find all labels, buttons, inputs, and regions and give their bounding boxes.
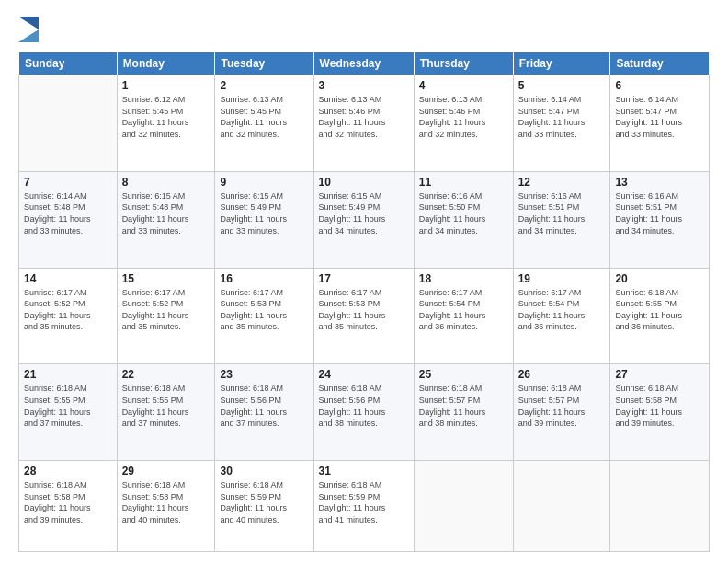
day-number: 9	[220, 176, 308, 189]
calendar-cell: 12Sunrise: 6:16 AM Sunset: 5:51 PM Dayli…	[513, 171, 610, 268]
weekday-header-wednesday: Wednesday	[313, 52, 414, 75]
day-number: 27	[615, 368, 704, 381]
day-info: Sunrise: 6:17 AM Sunset: 5:54 PM Dayligh…	[518, 287, 606, 333]
day-info: Sunrise: 6:18 AM Sunset: 5:56 PM Dayligh…	[220, 383, 308, 429]
calendar-cell: 31Sunrise: 6:18 AM Sunset: 5:59 PM Dayli…	[313, 461, 414, 552]
calendar-cell: 30Sunrise: 6:18 AM Sunset: 5:59 PM Dayli…	[215, 461, 313, 552]
day-number: 8	[122, 176, 210, 189]
day-info: Sunrise: 6:18 AM Sunset: 5:56 PM Dayligh…	[319, 383, 409, 429]
calendar-cell: 24Sunrise: 6:18 AM Sunset: 5:56 PM Dayli…	[313, 364, 414, 461]
calendar-cell: 11Sunrise: 6:16 AM Sunset: 5:50 PM Dayli…	[414, 171, 513, 268]
day-number: 25	[419, 368, 508, 381]
calendar-cell: 1Sunrise: 6:12 AM Sunset: 5:45 PM Daylig…	[117, 75, 215, 172]
day-info: Sunrise: 6:14 AM Sunset: 5:48 PM Dayligh…	[24, 190, 112, 236]
calendar-cell: 18Sunrise: 6:17 AM Sunset: 5:54 PM Dayli…	[414, 268, 513, 364]
weekday-header-row: SundayMondayTuesdayWednesdayThursdayFrid…	[19, 52, 710, 75]
day-number: 26	[518, 368, 606, 381]
weekday-header-saturday: Saturday	[610, 52, 710, 75]
calendar-cell: 16Sunrise: 6:17 AM Sunset: 5:53 PM Dayli…	[215, 268, 313, 364]
day-info: Sunrise: 6:15 AM Sunset: 5:49 PM Dayligh…	[220, 190, 308, 236]
header	[18, 17, 710, 42]
calendar-cell: 28Sunrise: 6:18 AM Sunset: 5:58 PM Dayli…	[19, 461, 118, 552]
day-info: Sunrise: 6:16 AM Sunset: 5:50 PM Dayligh…	[419, 190, 508, 236]
day-info: Sunrise: 6:14 AM Sunset: 5:47 PM Dayligh…	[518, 94, 606, 140]
day-number: 2	[220, 79, 308, 92]
day-info: Sunrise: 6:13 AM Sunset: 5:46 PM Dayligh…	[419, 94, 508, 140]
week-row-5: 28Sunrise: 6:18 AM Sunset: 5:58 PM Dayli…	[19, 461, 710, 552]
day-info: Sunrise: 6:18 AM Sunset: 5:55 PM Dayligh…	[615, 287, 704, 333]
logo-icon	[18, 17, 39, 42]
calendar-cell: 13Sunrise: 6:16 AM Sunset: 5:51 PM Dayli…	[610, 171, 710, 268]
page: SundayMondayTuesdayWednesdayThursdayFrid…	[0, 0, 728, 563]
day-info: Sunrise: 6:13 AM Sunset: 5:46 PM Dayligh…	[319, 94, 409, 140]
weekday-header-tuesday: Tuesday	[215, 52, 313, 75]
week-row-2: 7Sunrise: 6:14 AM Sunset: 5:48 PM Daylig…	[19, 171, 710, 268]
calendar-cell: 23Sunrise: 6:18 AM Sunset: 5:56 PM Dayli…	[215, 364, 313, 461]
weekday-header-sunday: Sunday	[19, 52, 118, 75]
day-info: Sunrise: 6:17 AM Sunset: 5:53 PM Dayligh…	[319, 287, 409, 333]
calendar-cell: 6Sunrise: 6:14 AM Sunset: 5:47 PM Daylig…	[610, 75, 710, 172]
calendar-cell	[414, 461, 513, 552]
calendar-cell: 22Sunrise: 6:18 AM Sunset: 5:55 PM Dayli…	[117, 364, 215, 461]
svg-marker-1	[18, 17, 39, 29]
calendar-cell	[513, 461, 610, 552]
day-number: 12	[518, 176, 606, 189]
day-info: Sunrise: 6:13 AM Sunset: 5:45 PM Dayligh…	[220, 94, 308, 140]
day-info: Sunrise: 6:18 AM Sunset: 5:59 PM Dayligh…	[319, 479, 409, 525]
day-number: 28	[24, 465, 112, 477]
week-row-4: 21Sunrise: 6:18 AM Sunset: 5:55 PM Dayli…	[19, 364, 710, 461]
day-number: 21	[24, 368, 112, 381]
week-row-3: 14Sunrise: 6:17 AM Sunset: 5:52 PM Dayli…	[19, 268, 710, 364]
calendar-cell: 5Sunrise: 6:14 AM Sunset: 5:47 PM Daylig…	[513, 75, 610, 172]
day-number: 4	[419, 79, 508, 92]
weekday-header-monday: Monday	[117, 52, 215, 75]
calendar-cell: 21Sunrise: 6:18 AM Sunset: 5:55 PM Dayli…	[19, 364, 118, 461]
day-info: Sunrise: 6:15 AM Sunset: 5:49 PM Dayligh…	[319, 190, 409, 236]
calendar-cell: 3Sunrise: 6:13 AM Sunset: 5:46 PM Daylig…	[313, 75, 414, 172]
day-info: Sunrise: 6:18 AM Sunset: 5:57 PM Dayligh…	[419, 383, 508, 429]
day-number: 14	[24, 272, 112, 285]
day-number: 22	[122, 368, 210, 381]
calendar-cell: 20Sunrise: 6:18 AM Sunset: 5:55 PM Dayli…	[610, 268, 710, 364]
day-info: Sunrise: 6:16 AM Sunset: 5:51 PM Dayligh…	[518, 190, 606, 236]
day-info: Sunrise: 6:18 AM Sunset: 5:58 PM Dayligh…	[122, 479, 210, 525]
calendar-cell: 27Sunrise: 6:18 AM Sunset: 5:58 PM Dayli…	[610, 364, 710, 461]
day-info: Sunrise: 6:17 AM Sunset: 5:54 PM Dayligh…	[419, 287, 508, 333]
day-info: Sunrise: 6:18 AM Sunset: 5:59 PM Dayligh…	[220, 479, 308, 525]
weekday-header-thursday: Thursday	[414, 52, 513, 75]
day-info: Sunrise: 6:17 AM Sunset: 5:52 PM Dayligh…	[122, 287, 210, 333]
day-number: 6	[615, 79, 704, 92]
day-info: Sunrise: 6:18 AM Sunset: 5:58 PM Dayligh…	[615, 383, 704, 429]
calendar-cell: 7Sunrise: 6:14 AM Sunset: 5:48 PM Daylig…	[19, 171, 118, 268]
calendar-cell: 10Sunrise: 6:15 AM Sunset: 5:49 PM Dayli…	[313, 171, 414, 268]
calendar-cell: 17Sunrise: 6:17 AM Sunset: 5:53 PM Dayli…	[313, 268, 414, 364]
day-number: 10	[319, 176, 409, 189]
day-info: Sunrise: 6:18 AM Sunset: 5:57 PM Dayligh…	[518, 383, 606, 429]
svg-marker-0	[18, 29, 39, 42]
calendar-cell: 2Sunrise: 6:13 AM Sunset: 5:45 PM Daylig…	[215, 75, 313, 172]
calendar-cell	[610, 461, 710, 552]
day-info: Sunrise: 6:16 AM Sunset: 5:51 PM Dayligh…	[615, 190, 704, 236]
day-number: 20	[615, 272, 704, 285]
day-info: Sunrise: 6:18 AM Sunset: 5:58 PM Dayligh…	[24, 479, 112, 525]
day-info: Sunrise: 6:14 AM Sunset: 5:47 PM Dayligh…	[615, 94, 704, 140]
day-number: 18	[419, 272, 508, 285]
day-number: 11	[419, 176, 508, 189]
day-number: 17	[319, 272, 409, 285]
day-info: Sunrise: 6:18 AM Sunset: 5:55 PM Dayligh…	[122, 383, 210, 429]
day-info: Sunrise: 6:15 AM Sunset: 5:48 PM Dayligh…	[122, 190, 210, 236]
day-number: 30	[220, 465, 308, 477]
day-number: 16	[220, 272, 308, 285]
day-number: 15	[122, 272, 210, 285]
day-info: Sunrise: 6:12 AM Sunset: 5:45 PM Dayligh…	[122, 94, 210, 140]
calendar-table: SundayMondayTuesdayWednesdayThursdayFrid…	[18, 52, 710, 552]
calendar-cell: 4Sunrise: 6:13 AM Sunset: 5:46 PM Daylig…	[414, 75, 513, 172]
day-number: 3	[319, 79, 409, 92]
calendar-cell: 29Sunrise: 6:18 AM Sunset: 5:58 PM Dayli…	[117, 461, 215, 552]
day-number: 29	[122, 465, 210, 477]
calendar-cell: 9Sunrise: 6:15 AM Sunset: 5:49 PM Daylig…	[215, 171, 313, 268]
day-number: 31	[319, 465, 409, 477]
day-number: 5	[518, 79, 606, 92]
calendar-cell: 15Sunrise: 6:17 AM Sunset: 5:52 PM Dayli…	[117, 268, 215, 364]
calendar-cell	[19, 75, 118, 172]
